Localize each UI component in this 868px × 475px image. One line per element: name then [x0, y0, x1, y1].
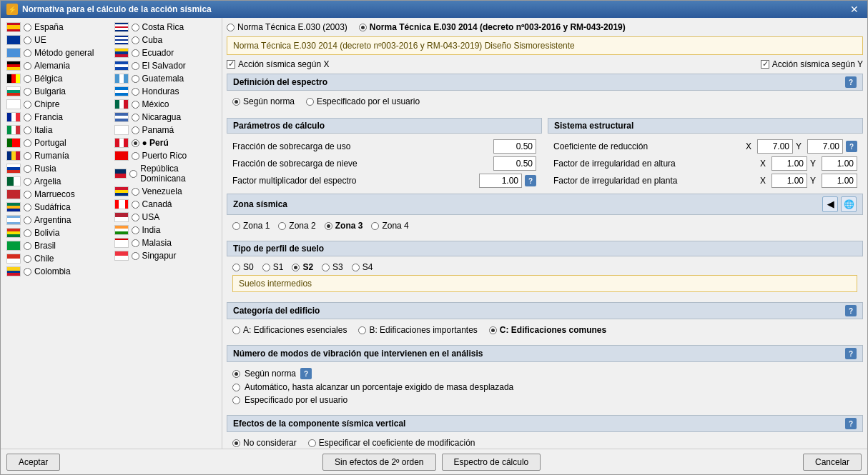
- country-item-india[interactable]: India: [112, 224, 220, 236]
- radio-elsalvador[interactable]: [132, 62, 139, 70]
- country-item-puertorico[interactable]: Puerto Rico: [112, 149, 220, 162]
- struct1-x-input[interactable]: [757, 139, 793, 154]
- struct3-x-input[interactable]: [771, 174, 807, 188]
- country-item-brasil[interactable]: Brasil: [4, 239, 112, 252]
- help-modos1-icon[interactable]: ?: [300, 368, 312, 379]
- radio-segun-norma[interactable]: Según norma: [232, 96, 295, 106]
- radio-rusia[interactable]: [24, 165, 31, 173]
- country-item-malasia[interactable]: Malasia: [112, 236, 220, 249]
- catB-option[interactable]: B: Edificaciones importantes: [358, 325, 477, 335]
- radio-s2[interactable]: [292, 264, 300, 271]
- radio-s0[interactable]: [232, 264, 240, 271]
- s3-option[interactable]: S3: [322, 262, 343, 272]
- sin-efectos-button[interactable]: Sin efectos de 2º orden: [322, 454, 435, 471]
- country-item-panama[interactable]: Panamá: [112, 124, 220, 136]
- s4-option[interactable]: S4: [352, 262, 373, 272]
- help-struct1-icon[interactable]: ?: [846, 141, 857, 152]
- country-item-alemania[interactable]: Alemania: [4, 59, 112, 72]
- country-item-chile[interactable]: Chile: [4, 252, 112, 265]
- radio-ecuador[interactable]: [132, 49, 139, 57]
- country-item-portugal[interactable]: Portugal: [4, 136, 112, 149]
- radio-por-usuario[interactable]: Especificado por el usuario: [306, 96, 420, 106]
- radio-singapur[interactable]: [132, 252, 139, 260]
- country-item-usa[interactable]: USA: [112, 211, 220, 224]
- radio-rumania[interactable]: [24, 152, 31, 160]
- radio-argelia[interactable]: [24, 178, 31, 186]
- radio-zona4[interactable]: [371, 222, 379, 230]
- radio-guatemala[interactable]: [132, 75, 139, 83]
- radio-usa[interactable]: [132, 214, 139, 221]
- help-modos-icon[interactable]: ?: [845, 348, 857, 359]
- country-item-cuba[interactable]: Cuba: [112, 34, 220, 46]
- country-item-rusia[interactable]: Rusia: [4, 162, 112, 175]
- catC-option[interactable]: C: Edificaciones comunes: [489, 325, 606, 335]
- country-item-costarica[interactable]: Costa Rica: [112, 21, 220, 34]
- radio-nicaragua[interactable]: [132, 114, 139, 121]
- country-item-rumania[interactable]: Rumanía: [4, 149, 112, 162]
- struct2-x-input[interactable]: [771, 156, 807, 171]
- catA-option[interactable]: A: Edificaciones esenciales: [232, 325, 347, 335]
- radio-s1[interactable]: [262, 264, 270, 271]
- close-button[interactable]: ✕: [847, 4, 862, 15]
- country-item-francia[interactable]: Francia: [4, 111, 112, 124]
- checkbox-y[interactable]: [761, 60, 769, 69]
- aceptar-button[interactable]: Aceptar: [6, 454, 60, 471]
- country-item-elsalvador[interactable]: El Salvador: [112, 59, 220, 72]
- radio-sudafrica[interactable]: [24, 204, 31, 211]
- radio-argentina[interactable]: [24, 216, 31, 224]
- radio-portugal[interactable]: [24, 139, 31, 147]
- radio-zona2[interactable]: [278, 222, 286, 230]
- country-item-nicaragua[interactable]: Nicaragua: [112, 111, 220, 124]
- radio-vert2[interactable]: [308, 439, 316, 447]
- radio-bulgaria[interactable]: [24, 88, 31, 96]
- radio-colombia[interactable]: [24, 268, 31, 276]
- radio-catC[interactable]: [489, 326, 497, 334]
- radio-costarica[interactable]: [132, 24, 139, 31]
- radio-repdom[interactable]: [129, 170, 137, 178]
- modos-radio3[interactable]: Especificado por el usuario: [232, 395, 857, 405]
- s2-option[interactable]: S2: [292, 262, 313, 272]
- country-item-marruecos[interactable]: Marruecos: [4, 188, 112, 201]
- country-item-peru[interactable]: ● Perú: [112, 136, 220, 149]
- zona-back-btn[interactable]: ◀: [822, 196, 838, 212]
- radio-usuario-circle[interactable]: [306, 98, 314, 106]
- country-item-honduras[interactable]: Honduras: [112, 85, 220, 98]
- s1-option[interactable]: S1: [262, 262, 284, 272]
- s0-option[interactable]: S0: [232, 262, 254, 272]
- radio-marruecos[interactable]: [24, 191, 31, 199]
- help-param3-icon[interactable]: ?: [525, 175, 536, 186]
- country-item-repdom[interactable]: República Dominicana: [112, 162, 220, 185]
- zona4-option[interactable]: Zona 4: [371, 221, 408, 231]
- radio-bolivia[interactable]: [24, 229, 31, 237]
- help-vertical-icon[interactable]: ?: [845, 418, 857, 429]
- radio-puertorico[interactable]: [132, 152, 139, 160]
- zona1-option[interactable]: Zona 1: [232, 221, 270, 231]
- radio-belgica[interactable]: [24, 75, 31, 83]
- norm-option1[interactable]: Norma Técnica E.030 (2003): [227, 22, 347, 32]
- radio-s4[interactable]: [352, 264, 360, 271]
- country-item-canada[interactable]: Canadá: [112, 198, 220, 211]
- radio-zona3[interactable]: [325, 222, 332, 230]
- struct2-y-input[interactable]: [822, 156, 857, 171]
- radio-italia[interactable]: [24, 126, 31, 134]
- radio-metodo[interactable]: [24, 49, 31, 57]
- radio-panama[interactable]: [132, 126, 139, 134]
- country-item-belgica[interactable]: Bélgica: [4, 72, 112, 85]
- radio-modos2[interactable]: [232, 384, 240, 391]
- norm-option2[interactable]: Norma Técnica E.030 2014 (decreto nº003-…: [359, 22, 626, 32]
- radio-zona1[interactable]: [232, 222, 240, 230]
- struct3-y-input[interactable]: [822, 174, 857, 188]
- struct1-y-input[interactable]: [807, 139, 843, 154]
- radio-chipre[interactable]: [24, 101, 31, 109]
- country-item-bulgaria[interactable]: Bulgaria: [4, 85, 112, 98]
- zona2-option[interactable]: Zona 2: [278, 221, 315, 231]
- espectro-button[interactable]: Espectro de cálculo: [442, 454, 541, 471]
- cancelar-button[interactable]: Cancelar: [803, 454, 862, 471]
- radio-peru[interactable]: [132, 139, 139, 147]
- radio-mexico[interactable]: [132, 101, 139, 109]
- radio-canada[interactable]: [132, 201, 139, 209]
- help-categoria-icon[interactable]: ?: [845, 305, 857, 316]
- radio-cuba[interactable]: [132, 36, 139, 44]
- country-item-italia[interactable]: Italia: [4, 124, 112, 136]
- zona3-option[interactable]: Zona 3: [325, 221, 363, 231]
